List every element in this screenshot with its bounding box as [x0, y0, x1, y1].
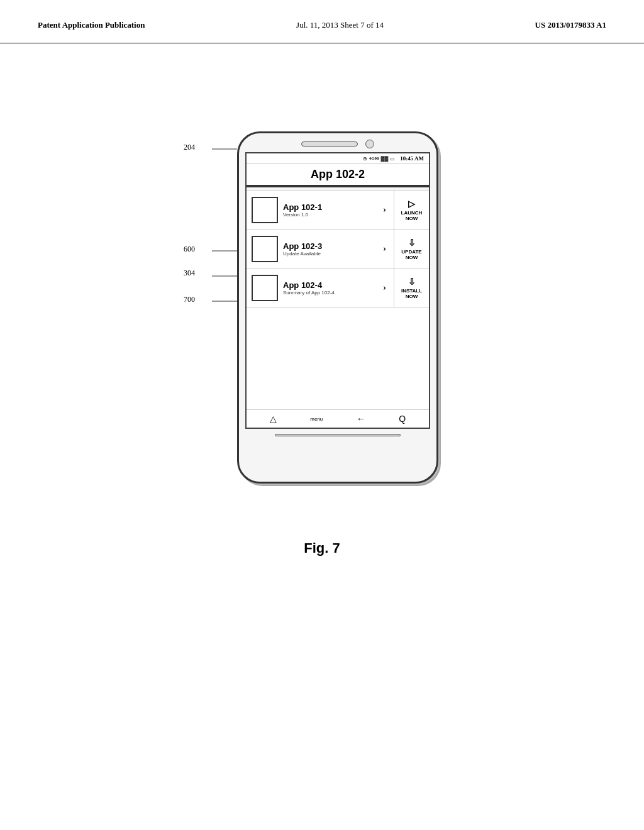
signal-icon: ▓▓	[381, 156, 389, 162]
chevron-icon-1: ›	[383, 205, 386, 215]
app-sub-3: Summary of App 102-4	[283, 290, 378, 296]
phone-top-bar	[239, 133, 436, 152]
battery-icon: ▭	[390, 156, 395, 162]
phone-screen: ⊕ 4G90 ▓▓ ▭ 10:45 AM App 102-2	[245, 152, 430, 429]
label-204: 204	[184, 143, 195, 152]
phone-bottom-bar	[275, 434, 401, 436]
main-content: 204 602 600 304 700 ⌐706 ⌐702 —704 ⌐712 …	[0, 43, 644, 556]
app-info-1: App 102-1 Version 1.0	[283, 202, 378, 218]
header-left: Patent Application Publication	[38, 20, 145, 30]
nav-menu[interactable]: menu	[310, 416, 323, 422]
fig-caption: Fig. 7	[304, 540, 340, 556]
app-sub-1: Version 1.0	[283, 212, 378, 218]
install-label: INSTALLNOW	[401, 288, 422, 299]
globe-icon: ⊕	[363, 156, 367, 162]
app-row-1: App 102-1 Version 1.0 › ▷ LAUNCHNOW	[247, 191, 429, 230]
chevron-icon-3: ›	[383, 283, 386, 293]
header-center: Jul. 11, 2013 Sheet 7 of 14	[296, 20, 384, 30]
app-row-3: App 102-4 Summary of App 102-4 › ⇩ INSTA…	[247, 268, 429, 307]
label-700: 700	[184, 295, 195, 304]
install-icon: ⇩	[408, 277, 416, 287]
status-bar: ⊕ 4G90 ▓▓ ▭ 10:45 AM	[247, 153, 429, 164]
label-304: 304	[184, 268, 195, 278]
home-icon: △	[270, 414, 277, 424]
chevron-icon-2: ›	[383, 244, 386, 254]
app-info-2: App 102-3 Update Available	[283, 241, 378, 257]
app-title: App 102-2	[247, 168, 429, 181]
app-sub-2: Update Available	[283, 251, 378, 257]
launch-icon: ▷	[408, 199, 415, 209]
patent-header: Patent Application Publication Jul. 11, …	[0, 0, 644, 43]
app-icon-2	[252, 236, 278, 262]
update-icon: ⇩	[408, 238, 416, 248]
phone-camera	[365, 140, 374, 148]
bottom-nav: △ menu ← Q	[247, 409, 429, 428]
app-title-bar: App 102-2	[247, 164, 429, 186]
install-now-button[interactable]: ⇩ INSTALLNOW	[394, 268, 429, 307]
launch-label: LAUNCHNOW	[401, 210, 423, 221]
menu-label: menu	[310, 416, 323, 422]
app-name-2: App 102-3	[283, 241, 378, 251]
nav-home[interactable]: △	[270, 414, 277, 424]
app-name-3: App 102-4	[283, 280, 378, 290]
header-right: US 2013/0179833 A1	[535, 20, 606, 30]
app-icon-3	[252, 275, 278, 301]
launch-now-button[interactable]: ▷ LAUNCHNOW	[394, 191, 429, 229]
update-label: UPDATENOW	[401, 249, 421, 260]
search-icon: Q	[399, 414, 406, 424]
status-icons: ⊕ 4G90 ▓▓ ▭	[363, 156, 396, 162]
app-info-3: App 102-4 Summary of App 102-4	[283, 280, 378, 296]
app-row-1-main: App 102-1 Version 1.0 ›	[247, 191, 394, 229]
app-name-1: App 102-1	[283, 202, 378, 212]
phone-bottom	[239, 429, 436, 441]
app-row-2-main: App 102-3 Update Available ›	[247, 230, 394, 268]
phone-speaker	[301, 141, 358, 147]
nav-back[interactable]: ←	[357, 414, 365, 424]
back-icon: ←	[357, 414, 365, 424]
phone-device: ⊕ 4G90 ▓▓ ▭ 10:45 AM App 102-2	[237, 131, 438, 484]
app-icon-1	[252, 197, 278, 223]
screen-empty-area	[247, 307, 429, 370]
nav-search[interactable]: Q	[399, 414, 406, 424]
label-600: 600	[184, 245, 195, 254]
4g-icon: 4G90	[369, 156, 379, 161]
update-now-button[interactable]: ⇩ UPDATENOW	[394, 230, 429, 268]
app-row-3-main: App 102-4 Summary of App 102-4 ›	[247, 268, 394, 307]
app-row-2: App 102-3 Update Available › ⇩ UPDATENOW	[247, 230, 429, 268]
status-time: 10:45 AM	[400, 155, 424, 162]
